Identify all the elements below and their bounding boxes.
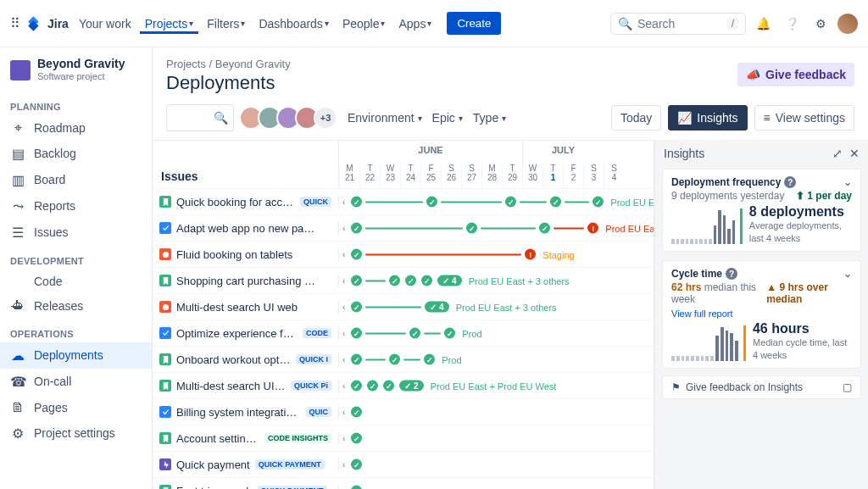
deployment-marker[interactable]: ✓ [408, 326, 422, 341]
deployment-count[interactable]: ✓ 4 [436, 274, 463, 288]
sidebar-item-board[interactable]: ▥Board [0, 167, 152, 193]
epic-tag[interactable]: QUICK PAYMENT [258, 486, 327, 489]
scroll-left-icon[interactable]: ‹ [342, 197, 348, 207]
nav-link-projects[interactable]: Projects ▾ [140, 14, 199, 34]
timeline-row[interactable]: Adapt web app no new payments provider‹✓… [153, 214, 654, 241]
issue-search[interactable]: 🔍 [166, 104, 234, 131]
deployment-marker[interactable]: ! [523, 247, 537, 262]
sidebar-item-backlog[interactable]: ▤Backlog [0, 141, 152, 167]
scroll-left-icon[interactable]: ‹ [342, 486, 348, 490]
deployment-marker[interactable]: ✓ [349, 195, 364, 209]
scroll-left-icon[interactable]: ‹ [342, 460, 348, 470]
issue-cell[interactable]: Account settings defaultsCODE INSIGHTS [153, 432, 339, 445]
avatars-more[interactable]: +3 [314, 106, 337, 130]
sidebar-item-code[interactable]: Code [0, 270, 152, 293]
chevron-down-icon[interactable]: ⌄ [843, 268, 852, 280]
deployment-frequency-card[interactable]: Deployment frequency ? ⌄ 9 deployments y… [662, 169, 861, 252]
deployment-marker[interactable]: ✓ [442, 326, 457, 341]
epic-tag[interactable]: QUICK Pi [291, 381, 331, 391]
deployment-marker[interactable]: ✓ [349, 484, 364, 490]
deployment-marker[interactable]: ✓ [403, 274, 418, 288]
nav-link-filters[interactable]: Filters ▾ [202, 14, 250, 34]
sidebar-item-releases[interactable]: ⛴Releases [0, 293, 152, 319]
deployment-marker[interactable]: ✓ [381, 379, 396, 393]
deployment-marker[interactable]: ✓ [387, 274, 402, 288]
timeline-row[interactable]: Fluid booking on tablets‹✓! Staging [153, 241, 654, 267]
global-search[interactable]: 🔍 Search / [610, 13, 746, 35]
deployment-marker[interactable]: ✓ [365, 379, 380, 393]
help-icon[interactable]: ❔ [780, 12, 804, 36]
deployment-marker[interactable]: ! [586, 221, 600, 236]
deployment-marker[interactable]: ✓ [465, 221, 479, 236]
close-icon[interactable]: ✕ [849, 147, 860, 160]
issue-cell[interactable]: Optimize experience for mobile webCODE [153, 327, 339, 340]
deployment-marker[interactable]: ✓ [548, 195, 563, 209]
open-icon[interactable]: ▢ [843, 381, 852, 393]
deployment-marker[interactable]: ✓ [349, 405, 364, 420]
deployment-marker[interactable]: ✓ [349, 431, 364, 446]
timeline-row[interactable]: Account settings defaultsCODE INSIGHTS‹✓ [153, 425, 654, 451]
create-button[interactable]: Create [447, 12, 501, 35]
deployment-marker[interactable]: ✓ [387, 353, 402, 367]
issue-cell[interactable]: Shopping cart purchasing error - quick f… [153, 275, 339, 287]
scroll-left-icon[interactable]: ‹ [342, 329, 348, 338]
chevron-down-icon[interactable]: ⌄ [843, 176, 852, 188]
scroll-left-icon[interactable]: ‹ [342, 224, 348, 233]
breadcrumb-projects[interactable]: Projects [166, 58, 206, 70]
deployment-count[interactable]: ✓ 4 [423, 300, 450, 314]
issue-cell[interactable]: Onboard workout options (OWO)QUICK I [153, 353, 339, 366]
deployment-marker[interactable]: ✓ [422, 353, 437, 367]
timeline-row[interactable]: Multi-dest search UI mobilewebQUICK Pi‹✓… [153, 372, 654, 398]
sidebar-item-reports[interactable]: ⤳Reports [0, 193, 152, 219]
scroll-left-icon[interactable]: ‹ [342, 250, 348, 259]
epic-filter[interactable]: Epic▾ [432, 111, 463, 125]
app-switcher-icon[interactable]: ⠿ [10, 15, 20, 31]
sidebar-item-project-settings[interactable]: ⚙Project settings [0, 420, 152, 447]
deployment-count[interactable]: ✓ 2 [398, 379, 425, 393]
environment-filter[interactable]: Environment▾ [348, 111, 422, 125]
sidebar-item-on-call[interactable]: ☎On-call [0, 369, 152, 395]
profile-avatar[interactable] [837, 14, 858, 34]
epic-tag[interactable]: QUICK [300, 197, 331, 207]
deployment-marker[interactable]: ✓ [349, 353, 364, 367]
deployment-marker[interactable]: ✓ [349, 247, 364, 262]
deployment-marker[interactable]: ✓ [425, 195, 439, 209]
view-full-report-link[interactable]: View full report [671, 308, 852, 319]
timeline-row[interactable]: Quick paymentQUICK PAYMENT‹✓ [153, 451, 654, 477]
issue-cell[interactable]: Fast trip searchQUICK PAYMENT [153, 485, 339, 490]
sidebar-item-pages[interactable]: 🗎Pages [0, 395, 152, 420]
today-button[interactable]: Today [611, 105, 661, 131]
nav-link-dashboards[interactable]: Dashboards ▾ [253, 14, 334, 34]
nav-link-people[interactable]: People ▾ [337, 14, 391, 34]
timeline-row[interactable]: Optimize experience for mobile webCODE‹✓… [153, 320, 654, 346]
scroll-left-icon[interactable]: ‹ [342, 408, 348, 417]
scroll-left-icon[interactable]: ‹ [342, 434, 348, 443]
issue-cell[interactable]: Quick booking for accommodationsQUICK [153, 196, 339, 208]
settings-icon[interactable]: ⚙ [809, 12, 832, 36]
sidebar-item-issues[interactable]: ☰Issues [0, 219, 152, 246]
issue-cell[interactable]: Billing system integration - frontendQUI… [153, 406, 339, 419]
deployment-marker[interactable]: ✓ [504, 195, 518, 209]
issue-cell[interactable]: Multi-dest search UI web [153, 301, 339, 314]
deployment-marker[interactable]: ✓ [537, 221, 552, 236]
sidebar-item-deployments[interactable]: ☁Deployments [0, 342, 152, 369]
nav-link-apps[interactable]: Apps ▾ [393, 14, 437, 34]
deployment-marker[interactable]: ✓ [349, 300, 364, 314]
epic-tag[interactable]: CODE INSIGHTS [264, 433, 331, 443]
deployment-marker[interactable]: ✓ [349, 458, 364, 472]
insights-toggle[interactable]: 📈 Insights [668, 105, 747, 131]
help-icon[interactable]: ? [726, 268, 737, 280]
view-settings-button[interactable]: ≡ View settings [754, 105, 854, 131]
scroll-left-icon[interactable]: ‹ [342, 381, 348, 391]
scroll-left-icon[interactable]: ‹ [342, 276, 348, 286]
epic-tag[interactable]: QUICK PAYMENT [255, 459, 325, 470]
type-filter[interactable]: Type▾ [473, 111, 506, 125]
timeline-row[interactable]: Billing system integration - frontendQUI… [153, 398, 654, 425]
timeline-row[interactable]: Shopping cart purchasing error - quick f… [153, 267, 654, 293]
expand-icon[interactable]: ⤢ [832, 147, 843, 160]
timeline-row[interactable]: Quick booking for accommodationsQUICK‹✓✓… [153, 188, 654, 214]
issue-cell[interactable]: Multi-dest search UI mobilewebQUICK Pi [153, 380, 339, 392]
help-icon[interactable]: ? [784, 176, 796, 188]
epic-tag[interactable]: QUIC [306, 407, 332, 417]
cycle-time-card[interactable]: Cycle time ? ⌄ 62 hrs median this week ▲… [662, 260, 861, 369]
